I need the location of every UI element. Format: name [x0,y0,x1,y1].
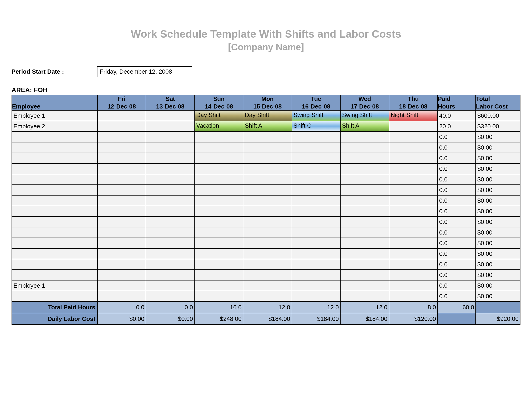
shift-cell[interactable] [292,238,340,248]
shift-cell[interactable]: Swing Shift [292,110,340,121]
shift-cell[interactable] [340,280,389,291]
shift-cell[interactable]: Swing Shift [340,110,389,121]
shift-cell[interactable] [97,142,146,153]
employee-name-cell[interactable]: Employee 1 [12,280,97,291]
employee-name-cell[interactable] [12,206,97,216]
shift-cell[interactable] [243,185,292,195]
shift-cell[interactable] [195,259,243,270]
shift-cell[interactable]: Day Shift [195,110,243,121]
shift-cell[interactable]: Shift A [243,121,292,131]
shift-pill[interactable]: Swing Shift [341,111,389,121]
shift-cell[interactable] [243,142,292,153]
shift-cell[interactable] [243,131,292,142]
shift-cell[interactable] [340,206,389,216]
shift-cell[interactable] [340,195,389,206]
employee-name-cell[interactable] [12,291,97,301]
shift-cell[interactable] [97,153,146,163]
shift-cell[interactable] [340,131,389,142]
shift-cell[interactable] [340,153,389,163]
employee-name-cell[interactable] [12,270,97,280]
shift-cell[interactable] [243,280,292,291]
shift-cell[interactable] [195,163,243,174]
shift-cell[interactable] [97,216,146,227]
shift-cell[interactable] [292,153,340,163]
shift-cell[interactable] [195,227,243,238]
shift-cell[interactable] [97,121,146,131]
shift-cell[interactable] [146,280,194,291]
shift-cell[interactable] [389,163,437,174]
shift-cell[interactable] [389,185,437,195]
shift-cell[interactable] [195,195,243,206]
employee-name-cell[interactable] [12,195,97,206]
employee-name-cell[interactable] [12,248,97,259]
shift-cell[interactable] [389,238,437,248]
shift-cell[interactable] [292,280,340,291]
shift-cell[interactable] [146,142,194,153]
shift-cell[interactable] [389,206,437,216]
shift-cell[interactable] [292,259,340,270]
shift-cell[interactable] [340,216,389,227]
shift-cell[interactable] [97,259,146,270]
shift-cell[interactable] [146,248,194,259]
shift-cell[interactable] [195,270,243,280]
shift-cell[interactable] [146,195,194,206]
shift-cell[interactable] [292,174,340,185]
shift-cell[interactable] [146,131,194,142]
shift-cell[interactable] [340,185,389,195]
shift-cell[interactable] [389,291,437,301]
shift-cell[interactable] [146,174,194,185]
shift-pill[interactable]: Night Shift [389,111,437,121]
shift-cell[interactable] [340,227,389,238]
shift-cell[interactable] [292,227,340,238]
shift-pill[interactable]: Shift A [243,121,291,131]
shift-cell[interactable] [292,206,340,216]
shift-cell[interactable] [146,227,194,238]
shift-cell[interactable] [243,206,292,216]
shift-cell[interactable] [389,216,437,227]
shift-cell[interactable] [389,153,437,163]
shift-cell[interactable] [389,280,437,291]
shift-cell[interactable] [243,248,292,259]
shift-cell[interactable] [340,238,389,248]
shift-cell[interactable] [146,121,194,131]
shift-cell[interactable] [195,291,243,301]
shift-cell[interactable] [146,291,194,301]
shift-cell[interactable] [97,248,146,259]
shift-cell[interactable] [97,163,146,174]
shift-cell[interactable] [389,174,437,185]
shift-cell[interactable] [97,206,146,216]
shift-cell[interactable] [243,163,292,174]
shift-cell[interactable] [243,195,292,206]
shift-cell[interactable] [146,216,194,227]
shift-cell[interactable]: Shift A [340,121,389,131]
shift-pill[interactable]: Vacation [195,121,243,131]
shift-cell[interactable] [389,195,437,206]
shift-cell[interactable] [97,110,146,121]
employee-name-cell[interactable] [12,227,97,238]
shift-cell[interactable] [243,238,292,248]
shift-cell[interactable] [340,248,389,259]
shift-cell[interactable] [146,153,194,163]
employee-name-cell[interactable] [12,174,97,185]
shift-cell[interactable] [195,185,243,195]
employee-name-cell[interactable] [12,131,97,142]
shift-cell[interactable] [243,174,292,185]
shift-cell[interactable] [292,291,340,301]
shift-cell[interactable]: Shift C [292,121,340,131]
employee-name-cell[interactable] [12,142,97,153]
shift-cell[interactable] [243,153,292,163]
shift-cell[interactable] [389,259,437,270]
shift-pill[interactable]: Swing Shift [292,111,340,121]
shift-cell[interactable] [243,270,292,280]
shift-cell[interactable] [146,110,194,121]
shift-cell[interactable] [195,206,243,216]
shift-cell[interactable] [195,174,243,185]
shift-cell[interactable] [195,153,243,163]
shift-cell[interactable] [97,131,146,142]
shift-cell[interactable] [243,216,292,227]
shift-cell[interactable] [195,280,243,291]
shift-cell[interactable] [195,238,243,248]
employee-name-cell[interactable]: Employee 2 [12,121,97,131]
shift-cell[interactable] [146,259,194,270]
shift-cell[interactable] [292,270,340,280]
